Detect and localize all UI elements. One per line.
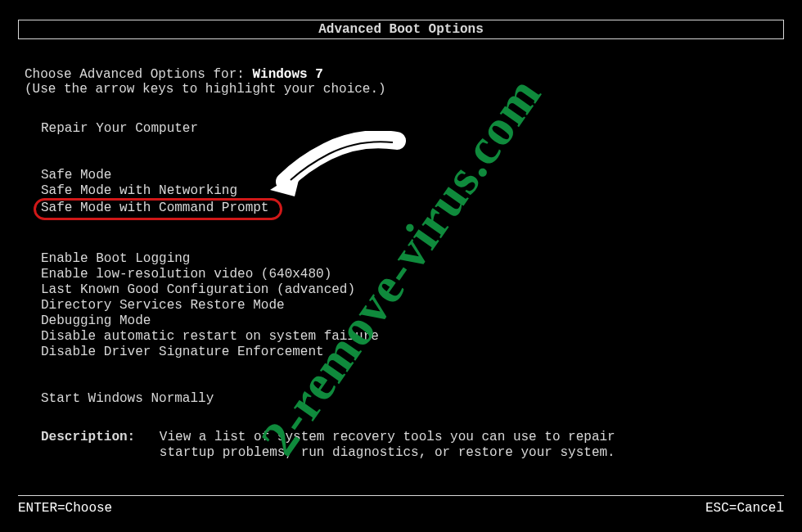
choose-prefix: Choose Advanced Options for:	[25, 67, 252, 82]
option-repair[interactable]: Repair Your Computer	[41, 121, 379, 137]
option-disable-restart[interactable]: Disable automatic restart on system fail…	[41, 329, 379, 345]
option-debug[interactable]: Debugging Mode	[41, 313, 379, 329]
page-title: Advanced Boot Options	[318, 22, 484, 37]
option-safe-mode[interactable]: Safe Mode	[41, 168, 379, 183]
hint-line: (Use the arrow keys to highlight your ch…	[25, 82, 386, 97]
boot-options-list[interactable]: Repair Your Computer Safe Mode Safe Mode…	[41, 121, 379, 407]
description-text: View a list of system recovery tools you…	[160, 430, 618, 461]
footer-esc: ESC=Cancel	[705, 501, 784, 516]
footer-enter: ENTER=Choose	[18, 501, 112, 516]
title-bar: Advanced Boot Options	[18, 20, 784, 39]
highlight-circle: Safe Mode with Command Prompt	[34, 198, 282, 220]
option-start-normal[interactable]: Start Windows Normally	[41, 391, 379, 407]
os-name: Windows 7	[252, 67, 322, 82]
option-safe-mode-net[interactable]: Safe Mode with Networking	[41, 183, 379, 199]
option-low-res[interactable]: Enable low-resolution video (640x480)	[41, 267, 379, 282]
option-disable-sig[interactable]: Disable Driver Signature Enforcement	[41, 345, 379, 360]
option-last-known[interactable]: Last Known Good Configuration (advanced)	[41, 282, 379, 298]
option-dsrm[interactable]: Directory Services Restore Mode	[41, 298, 379, 313]
option-boot-logging[interactable]: Enable Boot Logging	[41, 251, 379, 267]
description-label: Description:	[41, 430, 135, 444]
option-safe-mode-cmd[interactable]: Safe Mode with Command Prompt	[41, 199, 379, 220]
choose-line: Choose Advanced Options for: Windows 7	[25, 67, 323, 82]
footer-bar: ENTER=Choose ESC=Cancel	[18, 495, 784, 516]
description-block: Description: View a list of system recov…	[41, 430, 761, 461]
